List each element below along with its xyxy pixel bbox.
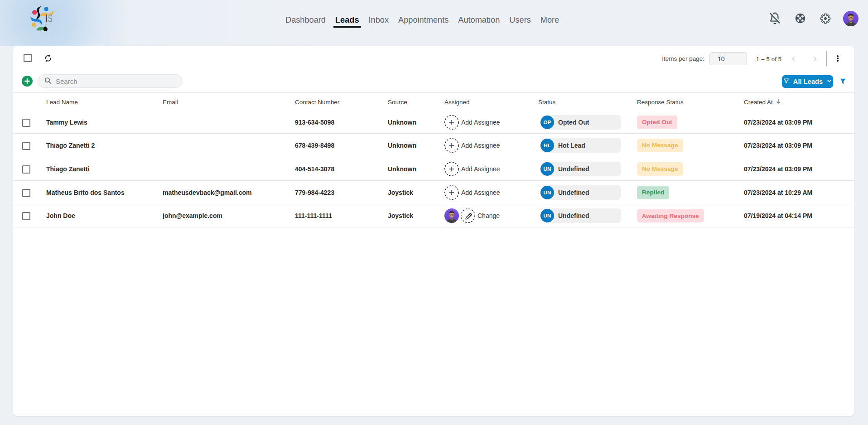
assignee-action-label[interactable]: Add Assignee [461, 165, 500, 173]
table-toolbar: Items per page: 10 1 – 5 of 5 All Leads [13, 46, 854, 93]
row-checkbox[interactable] [22, 119, 30, 127]
chevron-down-icon [826, 78, 832, 85]
table-row[interactable]: John Doe john@example.com 111-111-1111 J… [13, 204, 854, 227]
status-pill[interactable]: Opted Out OP [540, 115, 637, 130]
status-pill[interactable]: Hot Lead HL [540, 138, 637, 153]
table-row[interactable]: Thiago Zanetti 2 678-439-8498 Unknown Ad… [13, 133, 854, 157]
app-logo[interactable]: I S [29, 6, 54, 31]
status-initials-badge: UN [540, 162, 554, 176]
col-header-assigned: Assigned [444, 99, 538, 106]
response-status-cell: Awaiting Response [637, 209, 744, 222]
source-cell: Unknown [388, 142, 444, 149]
status-cell: Undefined UN [538, 185, 637, 200]
status-label: Hot Lead [543, 138, 621, 153]
status-label: Undefined [543, 208, 621, 223]
response-status-badge: Opted Out [637, 116, 677, 129]
response-status-cell: Opted Out [637, 116, 744, 129]
search-input[interactable] [56, 77, 169, 85]
nav-item-dashboard[interactable]: Dashboard [285, 15, 327, 25]
col-header-created-at[interactable]: Created At [744, 98, 854, 106]
assigned-cell: Add Assignee [444, 185, 538, 200]
lead-name-cell: John Doe [46, 212, 163, 219]
col-header-source: Source [388, 99, 444, 106]
select-all-checkbox[interactable] [24, 54, 32, 62]
support-icon[interactable] [792, 11, 808, 26]
nav-item-automation[interactable]: Automation [457, 15, 501, 25]
assignee-action-label[interactable]: Change [477, 212, 500, 219]
filter-funnel-icon[interactable] [838, 76, 848, 86]
assignee-action-label[interactable]: Add Assignee [461, 189, 500, 196]
pagination-range-label: 1 – 5 of 5 [756, 56, 781, 63]
assignee-action-label[interactable]: Add Assignee [461, 142, 500, 149]
response-status-badge: Replied [637, 186, 669, 199]
table-row[interactable]: Thiago Zanetti 404-514-3078 Unknown Add … [13, 157, 854, 180]
col-header-status: Status [538, 99, 637, 106]
nav-item-leads[interactable]: Leads [334, 15, 360, 25]
row-checkbox[interactable] [22, 189, 30, 197]
previous-page-button[interactable] [787, 53, 800, 65]
row-checkbox[interactable] [22, 165, 30, 174]
settings-gear-icon[interactable] [818, 11, 833, 26]
contact-cell: 779-984-4223 [295, 189, 388, 196]
created-at-cell: 07/23/2024 at 03:09 PM [744, 119, 854, 126]
add-assignee-icon[interactable] [444, 115, 459, 130]
response-status-cell: No Message [637, 162, 744, 176]
created-at-cell: 07/23/2024 at 03:09 PM [744, 165, 854, 173]
status-pill[interactable]: Undefined UN [540, 162, 637, 176]
status-cell: Opted Out OP [538, 115, 637, 130]
page-size-select[interactable]: 10 [709, 52, 747, 65]
status-cell: Undefined UN [538, 162, 637, 176]
col-header-email: Email [163, 99, 295, 106]
nav-item-users[interactable]: Users [508, 15, 532, 25]
nav-item-inbox[interactable]: Inbox [368, 15, 390, 25]
created-at-cell: 07/23/2024 at 03:09 PM [744, 142, 854, 149]
user-avatar[interactable] [843, 11, 858, 26]
col-header-response-status: Response Status [637, 99, 744, 106]
contact-cell: 404-514-3078 [295, 165, 388, 173]
source-cell: Joystick [388, 212, 444, 219]
contact-cell: 111-111-1111 [295, 212, 388, 219]
status-pill[interactable]: Undefined UN [540, 208, 637, 223]
sort-arrow-down-icon [775, 98, 781, 106]
contact-cell: 678-439-8498 [295, 142, 388, 149]
response-status-badge: No Message [637, 139, 683, 152]
all-leads-filter-button[interactable]: All Leads [782, 75, 833, 88]
next-page-button[interactable] [809, 53, 821, 65]
assigned-cell: Add Assignee [444, 115, 538, 130]
add-assignee-icon[interactable] [444, 185, 459, 200]
response-status-cell: Replied [637, 186, 744, 199]
row-checkbox[interactable] [22, 142, 30, 150]
lead-name-cell: Thiago Zanetti 2 [46, 142, 163, 149]
response-status-cell: No Message [637, 139, 744, 152]
add-assignee-icon[interactable] [444, 138, 459, 153]
status-initials-badge: OP [540, 116, 554, 129]
change-assignee-pencil-icon[interactable] [461, 208, 475, 223]
topbar: I S DashboardLeadsInboxAppointmentsAutom… [0, 0, 868, 46]
assignee-avatar[interactable] [444, 208, 459, 223]
notifications-off-icon[interactable] [767, 11, 782, 26]
status-cell: Hot Lead HL [538, 138, 637, 153]
nav-item-more[interactable]: More [540, 15, 560, 25]
add-lead-button[interactable] [22, 76, 33, 87]
assigned-cell: Change [444, 208, 538, 223]
row-checkbox[interactable] [22, 212, 30, 220]
table-header-row: Lead Name Email Contact Number Source As… [13, 93, 854, 111]
refresh-icon[interactable] [43, 53, 53, 63]
created-at-cell: 07/23/2024 at 10:29 AM [744, 189, 854, 196]
svg-text:S: S [48, 13, 53, 24]
response-status-badge: No Message [637, 162, 683, 176]
status-initials-badge: HL [540, 139, 554, 152]
search-box[interactable] [38, 74, 183, 88]
table-row[interactable]: Matheus Brito dos Santos matheusdevback@… [13, 180, 854, 204]
add-assignee-icon[interactable] [444, 162, 459, 176]
table-row[interactable]: Tammy Lewis 913-634-5098 Unknown Add Ass… [13, 111, 854, 133]
contact-cell: 913-634-5098 [295, 119, 388, 126]
nav-item-appointments[interactable]: Appointments [397, 15, 449, 25]
more-options-kebab-icon[interactable] [832, 51, 843, 66]
status-pill[interactable]: Undefined UN [540, 185, 637, 200]
lead-name-cell: Thiago Zanetti [46, 165, 163, 173]
funnel-outline-icon [783, 77, 790, 86]
source-cell: Unknown [388, 119, 444, 126]
status-label: Undefined [543, 162, 621, 176]
assignee-action-label[interactable]: Add Assignee [461, 119, 500, 126]
